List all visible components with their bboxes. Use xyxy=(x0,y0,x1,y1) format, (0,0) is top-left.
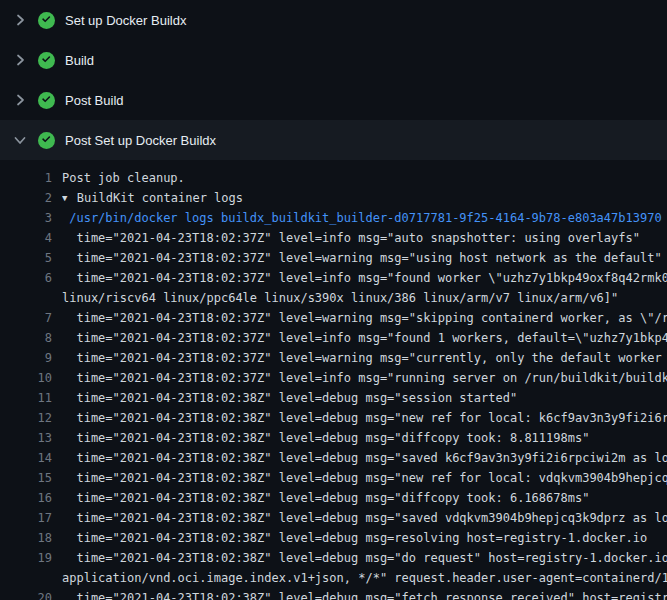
log-line: 4 time="2021-04-23T18:02:37Z" level=info… xyxy=(0,228,667,248)
log-line: 11 time="2021-04-23T18:02:38Z" level=deb… xyxy=(0,388,667,408)
log-line: 19 time="2021-04-23T18:02:38Z" level=deb… xyxy=(0,548,667,568)
log-line-text: ▼ BuildKit container logs xyxy=(62,188,667,208)
log-line-number[interactable]: 10 xyxy=(0,368,52,388)
log-line-text: linux/riscv64 linux/ppc64le linux/s390x … xyxy=(62,288,667,308)
step-header[interactable]: Set up Docker Buildx xyxy=(0,0,667,40)
log-line-text: time="2021-04-23T18:02:38Z" level=debug … xyxy=(62,528,667,548)
step-label: Set up Docker Buildx xyxy=(65,13,186,28)
log-line-text: time="2021-04-23T18:02:37Z" level=info m… xyxy=(62,268,667,288)
log-line: 16 time="2021-04-23T18:02:38Z" level=deb… xyxy=(0,488,667,508)
log-line-text: application/vnd.oci.image.index.v1+json,… xyxy=(62,568,667,588)
check-circle-icon xyxy=(38,132,55,149)
log-line-number[interactable]: 13 xyxy=(0,428,52,448)
log-line-text: time="2021-04-23T18:02:37Z" level=info m… xyxy=(62,328,667,348)
step-header[interactable]: Post Build xyxy=(0,80,667,120)
log-line-text: time="2021-04-23T18:02:38Z" level=debug … xyxy=(62,388,667,408)
check-circle-icon xyxy=(38,52,55,69)
log-line-text: time="2021-04-23T18:02:37Z" level=warnin… xyxy=(62,248,667,268)
step-header[interactable]: Build xyxy=(0,40,667,80)
log-line-text: Post job cleanup. xyxy=(62,168,667,188)
log-line-text: time="2021-04-23T18:02:38Z" level=debug … xyxy=(62,548,667,568)
log-line-text: time="2021-04-23T18:02:37Z" level=info m… xyxy=(62,228,667,248)
log-line: 20 time="2021-04-23T18:02:38Z" level=deb… xyxy=(0,588,667,600)
log-line: 1 Post job cleanup. xyxy=(0,168,667,188)
group-collapse-caret-icon[interactable]: ▼ xyxy=(62,193,77,203)
steps-list: Set up Docker Buildx Build xyxy=(0,0,667,600)
log-line-text: time="2021-04-23T18:02:37Z" level=info m… xyxy=(62,368,667,388)
log-line-number[interactable]: 3 xyxy=(0,208,52,228)
log-line-text: time="2021-04-23T18:02:38Z" level=debug … xyxy=(62,448,667,468)
step-label: Post Build xyxy=(65,93,124,108)
log-line-text: time="2021-04-23T18:02:38Z" level=debug … xyxy=(62,428,667,448)
log-line: 3 /usr/bin/docker logs buildx_buildkit_b… xyxy=(0,208,667,228)
check-circle-icon xyxy=(38,92,55,109)
log-line-number[interactable]: 7 xyxy=(0,308,52,328)
log-line-text: /usr/bin/docker logs buildx_buildkit_bui… xyxy=(62,208,667,228)
log-line-number[interactable]: 1 xyxy=(0,168,52,188)
log-line-number[interactable]: 18 xyxy=(0,528,52,548)
chevron-right-icon[interactable] xyxy=(12,92,28,108)
log-line-number[interactable]: 16 xyxy=(0,488,52,508)
actions-log-panel: Set up Docker Buildx Build xyxy=(0,0,667,600)
log-line: linux/riscv64 linux/ppc64le linux/s390x … xyxy=(0,288,667,308)
log-viewer[interactable]: 1 Post job cleanup. 2 ▼ BuildKit contain… xyxy=(0,160,667,600)
log-line-number[interactable]: 19 xyxy=(0,548,52,568)
log-line-number[interactable]: 17 xyxy=(0,508,52,528)
log-line-number[interactable]: 14 xyxy=(0,448,52,468)
chevron-down-icon[interactable] xyxy=(12,132,28,148)
log-line: 12 time="2021-04-23T18:02:38Z" level=deb… xyxy=(0,408,667,428)
chevron-right-icon[interactable] xyxy=(12,52,28,68)
log-line-number[interactable]: 20 xyxy=(0,588,52,600)
log-line-text: time="2021-04-23T18:02:38Z" level=debug … xyxy=(62,408,667,428)
log-line-number[interactable] xyxy=(0,288,52,308)
log-line-number[interactable]: 4 xyxy=(0,228,52,248)
log-line: 14 time="2021-04-23T18:02:38Z" level=deb… xyxy=(0,448,667,468)
log-line-number[interactable]: 11 xyxy=(0,388,52,408)
log-line: 9 time="2021-04-23T18:02:37Z" level=warn… xyxy=(0,348,667,368)
log-line-number[interactable]: 12 xyxy=(0,408,52,428)
log-line: 10 time="2021-04-23T18:02:37Z" level=inf… xyxy=(0,368,667,388)
log-line: 18 time="2021-04-23T18:02:38Z" level=deb… xyxy=(0,528,667,548)
log-line-text: time="2021-04-23T18:02:37Z" level=warnin… xyxy=(62,308,667,328)
log-line-number[interactable]: 2 xyxy=(0,188,52,208)
log-line: 13 time="2021-04-23T18:02:38Z" level=deb… xyxy=(0,428,667,448)
log-line-number[interactable] xyxy=(0,568,52,588)
log-line-number[interactable]: 8 xyxy=(0,328,52,348)
step-label: Build xyxy=(65,53,94,68)
log-line: 2 ▼ BuildKit container logs xyxy=(0,188,667,208)
log-line: 17 time="2021-04-23T18:02:38Z" level=deb… xyxy=(0,508,667,528)
log-line-text: time="2021-04-23T18:02:38Z" level=debug … xyxy=(62,468,667,488)
log-line: 8 time="2021-04-23T18:02:37Z" level=info… xyxy=(0,328,667,348)
check-circle-icon xyxy=(38,12,55,29)
log-line: 5 time="2021-04-23T18:02:37Z" level=warn… xyxy=(0,248,667,268)
log-line-number[interactable]: 9 xyxy=(0,348,52,368)
log-line-text: time="2021-04-23T18:02:38Z" level=debug … xyxy=(62,508,667,528)
log-line: application/vnd.oci.image.index.v1+json,… xyxy=(0,568,667,588)
log-line-text: time="2021-04-23T18:02:38Z" level=debug … xyxy=(62,488,667,508)
log-line: 15 time="2021-04-23T18:02:38Z" level=deb… xyxy=(0,468,667,488)
chevron-right-icon[interactable] xyxy=(12,12,28,28)
log-line-text: time="2021-04-23T18:02:37Z" level=warnin… xyxy=(62,348,667,368)
step-header[interactable]: Post Set up Docker Buildx xyxy=(0,120,667,160)
log-line: 6 time="2021-04-23T18:02:37Z" level=info… xyxy=(0,268,667,288)
log-line: 7 time="2021-04-23T18:02:37Z" level=warn… xyxy=(0,308,667,328)
log-line-text: time="2021-04-23T18:02:38Z" level=debug … xyxy=(62,588,667,600)
step-label: Post Set up Docker Buildx xyxy=(65,133,216,148)
log-line-number[interactable]: 6 xyxy=(0,268,52,288)
log-line-number[interactable]: 15 xyxy=(0,468,52,488)
log-line-number[interactable]: 5 xyxy=(0,248,52,268)
